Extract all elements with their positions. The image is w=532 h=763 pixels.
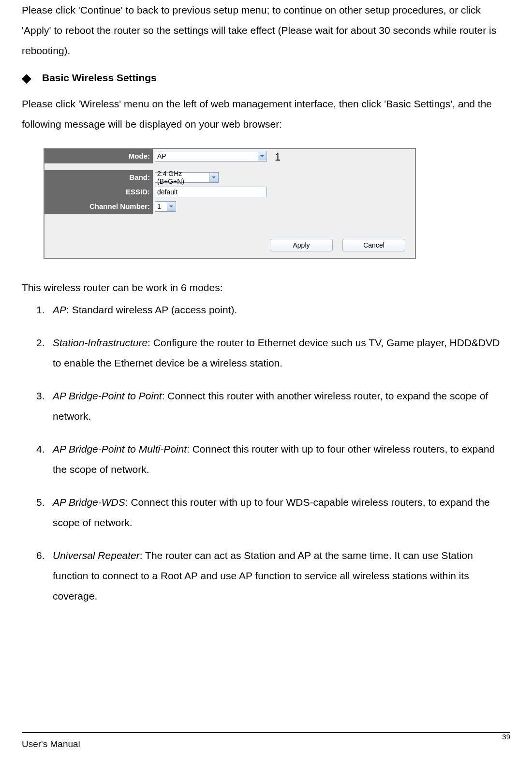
mode-select[interactable]: AP xyxy=(155,151,267,161)
mode-name: AP Bridge-WDS xyxy=(53,497,125,508)
mode-label: Mode: xyxy=(44,149,153,163)
apply-button[interactable]: Apply xyxy=(270,239,333,251)
essid-label: ESSID: xyxy=(44,185,153,199)
modes-list-intro: This wireless router can be work in 6 mo… xyxy=(22,278,510,298)
mode-desc: : Standard wireless AP (access point). xyxy=(66,304,237,315)
mode-name: Station-Infrastructure xyxy=(53,337,148,348)
cancel-button[interactable]: Cancel xyxy=(342,239,405,251)
list-number: 2. xyxy=(36,333,48,373)
callout-number: 1 xyxy=(275,151,281,163)
list-item: 1. AP: Standard wireless AP (access poin… xyxy=(36,300,510,320)
channel-select-value: 1 xyxy=(157,203,161,210)
mode-name: Universal Repeater xyxy=(53,550,140,561)
diamond-bullet-icon: ◆ xyxy=(22,72,31,84)
essid-input[interactable]: default xyxy=(155,187,267,197)
band-select[interactable]: 2.4 GHz (B+G+N) xyxy=(155,172,219,183)
settings-screenshot: Mode: AP Band: 2.4 GHz (B+G+N) ESSID: xyxy=(44,148,416,259)
mode-name: AP xyxy=(53,304,66,315)
list-item: 4. AP Bridge-Point to Multi-Point: Conne… xyxy=(36,439,510,480)
list-number: 6. xyxy=(36,545,48,606)
footer-divider xyxy=(22,732,510,733)
mode-name: AP Bridge-Point to Multi-Point xyxy=(53,443,187,455)
mode-select-value: AP xyxy=(157,152,166,160)
list-number: 5. xyxy=(36,492,48,533)
channel-label: Channel Number: xyxy=(44,199,153,214)
section-title: Basic Wireless Settings xyxy=(42,72,157,84)
list-number: 4. xyxy=(36,439,48,480)
band-label: Band: xyxy=(44,170,153,185)
channel-select[interactable]: 1 xyxy=(155,201,176,212)
page-number: 39 xyxy=(502,733,510,741)
list-item: 5. AP Bridge-WDS: Connect this router wi… xyxy=(36,492,510,533)
chevron-down-icon xyxy=(258,152,266,161)
list-item: 2. Station-Infrastructure: Configure the… xyxy=(36,333,510,373)
chevron-down-icon xyxy=(209,173,218,182)
intro-paragraph: Please click 'Continue' to back to previ… xyxy=(22,0,510,61)
chevron-down-icon xyxy=(167,202,175,211)
list-number: 1. xyxy=(36,300,48,320)
list-item: 3. AP Bridge-Point to Point: Connect thi… xyxy=(36,386,510,426)
band-select-value: 2.4 GHz (B+G+N) xyxy=(157,170,207,185)
footer-text: User's Manual xyxy=(22,739,80,749)
list-number: 3. xyxy=(36,386,48,426)
mode-name: AP Bridge-Point to Point xyxy=(53,390,162,401)
section-intro-paragraph: Please click 'Wireless' menu on the left… xyxy=(22,94,510,134)
modes-list: 1. AP: Standard wireless AP (access poin… xyxy=(22,300,510,606)
list-item: 6. Universal Repeater: The router can ac… xyxy=(36,545,510,606)
essid-value: default xyxy=(157,188,177,196)
section-header: ◆ Basic Wireless Settings xyxy=(22,72,510,84)
